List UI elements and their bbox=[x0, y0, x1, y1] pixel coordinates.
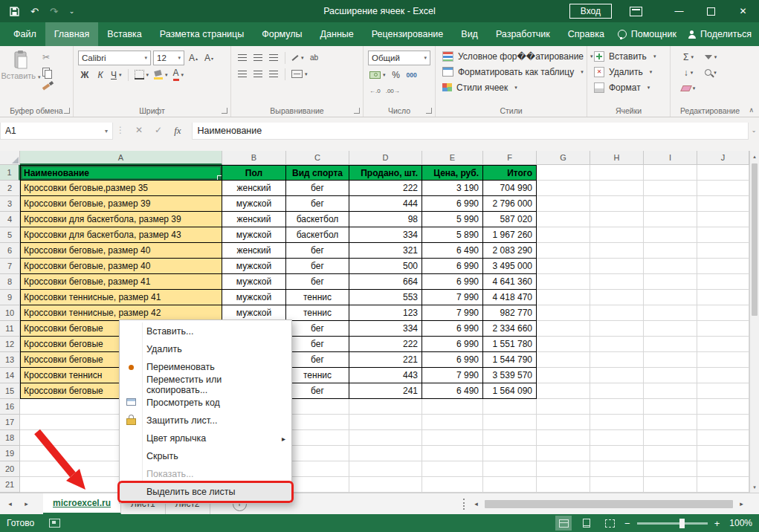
shrink-font-button[interactable]: А▾ bbox=[202, 51, 216, 65]
font-dialog-launcher-icon[interactable] bbox=[222, 108, 227, 114]
cell-H14[interactable] bbox=[590, 368, 644, 383]
cell-D3[interactable]: 444 bbox=[349, 196, 422, 212]
cell-H4[interactable] bbox=[590, 212, 644, 227]
cell-J20[interactable] bbox=[697, 461, 749, 477]
context-menu-item-3[interactable]: Переименовать bbox=[120, 358, 291, 376]
cell-F5[interactable]: 1 967 260 bbox=[483, 227, 537, 243]
vertical-scrollbar[interactable]: ▴ ▾ bbox=[749, 151, 759, 493]
cell-C7[interactable]: бег bbox=[286, 259, 349, 274]
cell-E17[interactable] bbox=[422, 415, 483, 430]
copy-icon[interactable] bbox=[39, 65, 53, 79]
cell-I20[interactable] bbox=[644, 461, 697, 477]
cell-H2[interactable] bbox=[590, 181, 644, 196]
cell-H6[interactable] bbox=[590, 243, 644, 259]
cell-F11[interactable]: 2 334 660 bbox=[483, 321, 537, 337]
bold-button[interactable]: Ж bbox=[78, 68, 91, 82]
cell-J10[interactable] bbox=[697, 305, 749, 321]
cell-H13[interactable] bbox=[590, 352, 644, 368]
row-header-10[interactable]: 10 bbox=[0, 305, 20, 321]
cell-G1[interactable] bbox=[537, 165, 590, 181]
context-menu-item-2[interactable]: Удалить bbox=[120, 340, 291, 358]
cell-E14[interactable]: 7 990 bbox=[422, 368, 483, 383]
row-header-12[interactable]: 12 bbox=[0, 337, 20, 352]
orientation-button[interactable] bbox=[290, 51, 306, 65]
align-middle-button[interactable] bbox=[251, 51, 265, 65]
cell-C18[interactable] bbox=[286, 430, 349, 446]
borders-button[interactable] bbox=[133, 68, 151, 82]
comma-format-button[interactable]: 000 bbox=[405, 68, 419, 82]
cell-I5[interactable] bbox=[644, 227, 697, 243]
cell-B3[interactable]: мужской bbox=[222, 196, 286, 212]
cell-J14[interactable] bbox=[697, 368, 749, 383]
number-dialog-launcher-icon[interactable] bbox=[426, 108, 432, 114]
ribbon-tab-Разработчик[interactable]: Разработчик bbox=[487, 22, 559, 46]
cell-C1[interactable]: Вид спорта bbox=[286, 165, 349, 181]
ribbon-tab-Справка[interactable]: Справка bbox=[559, 22, 613, 46]
cell-H5[interactable] bbox=[590, 227, 644, 243]
cell-G20[interactable] bbox=[537, 461, 590, 477]
cell-H7[interactable] bbox=[590, 259, 644, 274]
cell-E5[interactable]: 5 890 bbox=[422, 227, 483, 243]
find-select-button[interactable] bbox=[700, 65, 722, 80]
cell-D11[interactable]: 334 bbox=[349, 321, 422, 337]
cell-J5[interactable] bbox=[697, 227, 749, 243]
cell-F1[interactable]: Итого bbox=[483, 165, 537, 181]
cell-C15[interactable]: бег bbox=[286, 383, 349, 399]
cell-F16[interactable] bbox=[483, 399, 537, 415]
cell-D4[interactable]: 98 bbox=[349, 212, 422, 227]
font-size-select[interactable]: 12▾ bbox=[153, 51, 184, 65]
collapse-ribbon-icon[interactable]: ∧ bbox=[749, 106, 754, 114]
assistant-button[interactable]: Помощник bbox=[618, 29, 676, 39]
save-icon[interactable] bbox=[10, 7, 19, 16]
cell-A5[interactable]: Кроссовки для баскетбола, размер 43 bbox=[20, 227, 222, 243]
column-header-I[interactable]: I bbox=[644, 151, 697, 165]
cell-J16[interactable] bbox=[697, 399, 749, 415]
cell-B5[interactable]: мужской bbox=[222, 227, 286, 243]
cell-F18[interactable] bbox=[483, 430, 537, 446]
currency-format-button[interactable] bbox=[368, 68, 387, 82]
cell-I13[interactable] bbox=[644, 352, 697, 368]
row-header-3[interactable]: 3 bbox=[0, 196, 20, 212]
cell-I1[interactable] bbox=[644, 165, 697, 181]
cell-I7[interactable] bbox=[644, 259, 697, 274]
row-header-4[interactable]: 4 bbox=[0, 212, 20, 227]
cell-G19[interactable] bbox=[537, 446, 590, 461]
column-header-F[interactable]: F bbox=[483, 151, 537, 165]
cell-I3[interactable] bbox=[644, 196, 697, 212]
cell-F17[interactable] bbox=[483, 415, 537, 430]
align-left-button[interactable] bbox=[236, 67, 249, 81]
cell-J11[interactable] bbox=[697, 321, 749, 337]
view-page-break-button[interactable] bbox=[601, 516, 618, 531]
cell-H19[interactable] bbox=[590, 446, 644, 461]
cell-J17[interactable] bbox=[697, 415, 749, 430]
cell-D20[interactable] bbox=[349, 461, 422, 477]
cell-D10[interactable]: 123 bbox=[349, 305, 422, 321]
cell-D12[interactable]: 222 bbox=[349, 337, 422, 352]
cell-C13[interactable]: бег bbox=[286, 352, 349, 368]
cell-F10[interactable]: 982 770 bbox=[483, 305, 537, 321]
cell-F12[interactable]: 1 551 780 bbox=[483, 337, 537, 352]
ribbon-tab-Файл[interactable]: Файл bbox=[4, 22, 45, 46]
cell-E15[interactable]: 6 490 bbox=[422, 383, 483, 399]
cell-J3[interactable] bbox=[697, 196, 749, 212]
cell-F20[interactable] bbox=[483, 461, 537, 477]
cell-D8[interactable]: 664 bbox=[349, 274, 422, 290]
cell-C8[interactable]: бег bbox=[286, 274, 349, 290]
cell-I17[interactable] bbox=[644, 415, 697, 430]
cell-A10[interactable]: Кроссовки теннисные, размер 42 bbox=[20, 305, 222, 321]
cell-A9[interactable]: Кроссовки теннисные, размер 41 bbox=[20, 290, 222, 305]
cell-C14[interactable]: теннис bbox=[286, 368, 349, 383]
cancel-icon[interactable]: ✕ bbox=[135, 125, 143, 135]
cell-H8[interactable] bbox=[590, 274, 644, 290]
cell-G14[interactable] bbox=[537, 368, 590, 383]
maximize-button[interactable] bbox=[695, 0, 727, 22]
cell-I21[interactable] bbox=[644, 477, 697, 493]
sign-in-button[interactable]: Вход bbox=[569, 4, 612, 19]
cell-D1[interactable]: Продано, шт. bbox=[349, 165, 422, 181]
cell-B8[interactable]: мужской bbox=[222, 274, 286, 290]
fill-color-button[interactable] bbox=[152, 68, 169, 82]
cell-H16[interactable] bbox=[590, 399, 644, 415]
cell-F14[interactable]: 3 539 570 bbox=[483, 368, 537, 383]
cell-C19[interactable] bbox=[286, 446, 349, 461]
alignment-dialog-launcher-icon[interactable] bbox=[354, 108, 360, 114]
